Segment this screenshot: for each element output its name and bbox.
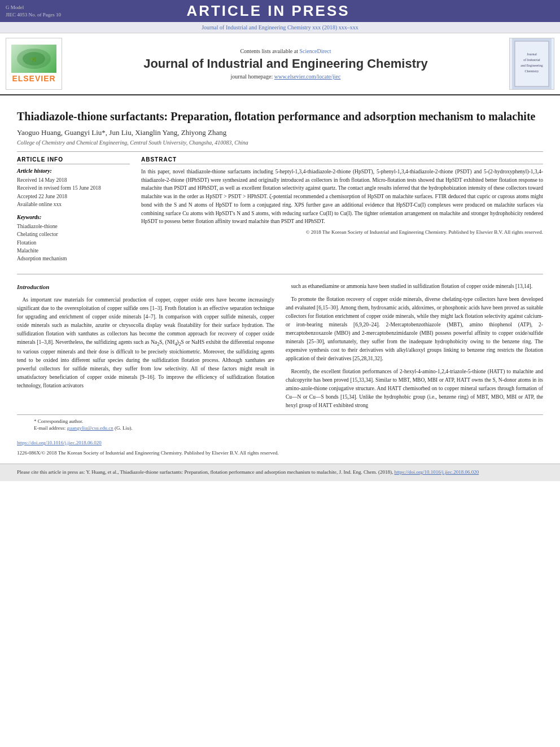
intro-para-1: As important raw materials for commercia…: [17, 296, 274, 390]
bottom-doi-link[interactable]: https://doi.org/10.1016/j.jiec.2018.06.0…: [394, 469, 479, 475]
article-content: Thiadiazole-thione surfactants: Preparat…: [0, 95, 560, 268]
accepted-date: Accepted 22 June 2018: [17, 193, 130, 200]
authors: Yaoguo Huang, Guangyi Liu*, Jun Liu, Xia…: [17, 128, 543, 137]
keyword-3: Flotation: [17, 239, 130, 247]
corresponding-note: * Corresponding author.: [34, 418, 526, 424]
journal-homepage: journal homepage: www.elsevier.com/locat…: [231, 73, 341, 80]
online-date: Available online xxx: [17, 200, 130, 208]
journal-header: 🌿 ELSEVIER Contents lists available at S…: [0, 33, 560, 95]
page: G Model JIEC 4053 No. of Pages 10 ARTICL…: [0, 0, 560, 747]
keyword-1: Thiadiazole-thione: [17, 222, 130, 230]
svg-text:and Engineering: and Engineering: [520, 64, 543, 67]
revised-date: Received in revised form 15 June 2018: [17, 184, 130, 192]
journal-title-center: Contents lists available at ScienceDirec…: [68, 38, 504, 90]
doi-link[interactable]: https://doi.org/10.1016/j.jiec.2018.06.0…: [17, 440, 102, 445]
email-note: E-mail address: guangyliu@csu.edu.cn (G.…: [34, 425, 526, 431]
copyright-text: © 2018 The Korean Society of Industrial …: [141, 229, 543, 235]
top-banner: G Model JIEC 4053 No. of Pages 10 ARTICL…: [0, 0, 560, 22]
journal-code: JIEC 4053 No. of Pages 10: [6, 12, 61, 18]
svg-text:Journal: Journal: [527, 53, 537, 56]
keyword-5: Adsorption mechanism: [17, 255, 130, 263]
elsevier-text: ELSEVIER: [12, 74, 55, 83]
g-model: G Model: [6, 5, 24, 10]
journal-line-text: Journal of Industrial and Engineering Ch…: [202, 24, 358, 30]
right-para-1: such as ethanediamine or ammonia have be…: [286, 282, 543, 291]
separator-1: [17, 151, 543, 152]
keyword-2: Chelating collector: [17, 230, 130, 238]
article-title: Thiadiazole-thione surfactants: Preparat…: [17, 109, 543, 124]
keyword-4: Malachite: [17, 247, 130, 255]
right-para-2: To promote the flotation recovery of cop…: [286, 295, 543, 363]
keywords-section: Keywords: Thiadiazole-thione Chelating c…: [17, 214, 130, 263]
affiliation: College of Chemistry and Chemical Engine…: [17, 139, 543, 146]
svg-text:of Industrial: of Industrial: [523, 58, 540, 62]
separator-2: [17, 274, 543, 274]
sciencedirect-link[interactable]: ScienceDirect: [299, 48, 331, 54]
svg-text:🌿: 🌿: [31, 56, 37, 62]
article-info-abstract-row: ARTICLE INFO Article history: Received 1…: [17, 156, 543, 263]
article-info-panel: ARTICLE INFO Article history: Received 1…: [17, 156, 130, 263]
article-info-heading: ARTICLE INFO: [17, 156, 130, 164]
cite-text: Please cite this article in press as: Y.…: [17, 469, 393, 475]
model-info: G Model JIEC 4053 No. of Pages 10: [6, 4, 61, 18]
contents-line: Contents lists available at ScienceDirec…: [240, 48, 331, 54]
body-two-col: Introduction As important raw materials …: [0, 282, 560, 414]
journal-cover-image: Journal of Industrial and Engineering Ch…: [509, 38, 554, 90]
email-link[interactable]: guangyliu@csu.edu.cn: [67, 425, 113, 431]
footnote-section: * Corresponding author. E-mail address: …: [17, 414, 543, 435]
bottom-bar: Please cite this article in press as: Y.…: [0, 464, 560, 481]
elsevier-logo-block: 🌿 ELSEVIER: [6, 38, 62, 90]
abstract-section: ABSTRACT In this paper, novel thiadiazol…: [141, 156, 543, 263]
keywords-title: Keywords:: [17, 214, 130, 220]
abstract-heading: ABSTRACT: [141, 156, 543, 164]
doi-section: https://doi.org/10.1016/j.jiec.2018.06.0…: [0, 435, 560, 458]
homepage-link[interactable]: www.elsevier.com/locate/jiec: [274, 73, 341, 80]
body-col-left: Introduction As important raw materials …: [17, 282, 274, 414]
article-in-press-title: ARTICLE IN PRESS: [61, 2, 475, 20]
received-date: Received 14 May 2018: [17, 176, 130, 184]
right-para-3: Recently, the excellent flotation perfor…: [286, 368, 543, 410]
issn-text: 1226-086X/© 2018 The Korean Society of I…: [17, 450, 279, 456]
introduction-heading: Introduction: [17, 282, 274, 292]
body-col-right: such as ethanediamine or ammonia have be…: [286, 282, 543, 414]
article-history-title: Article history:: [17, 168, 130, 174]
abstract-text: In this paper, novel thiadiazole-thione …: [141, 168, 543, 226]
elsevier-logo-image: 🌿: [11, 45, 56, 73]
svg-text:Chemistry: Chemistry: [525, 69, 539, 73]
journal-name: Journal of Industrial and Engineering Ch…: [143, 56, 428, 71]
journal-line: Journal of Industrial and Engineering Ch…: [0, 22, 560, 33]
